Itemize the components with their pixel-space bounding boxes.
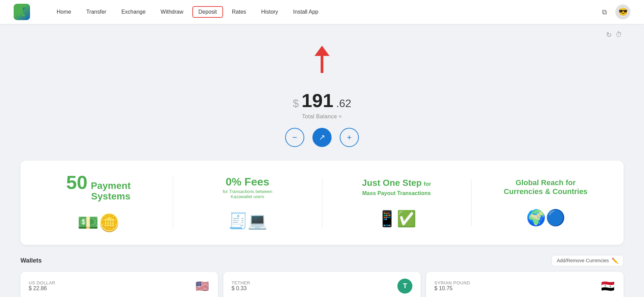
wallet-usd-usd: $ 22.86 [29,285,55,292]
banner-1-number: 50 [66,173,87,192]
payment-systems-emoji: 💵🪙 [77,213,120,233]
withdraw-button[interactable]: − [285,128,304,147]
content-wrapper: ↻ ⏱ $ 191 .62 Total Balance ≈ − [20,31,624,297]
banner-payment-systems: 50 PaymentSystems 💵🪙 [24,167,173,238]
wallet-syp-name: SYRIAN POUND [434,280,470,285]
wallet-syp-flag: 🇸🇾 [600,279,615,294]
banner-section: 50 PaymentSystems 💵🪙 0% Fees for Transac… [20,161,624,245]
banner-2-subtitle: for Transactions betweenKazawallet users [223,189,272,199]
nav-exchange[interactable]: Exchange [115,6,152,18]
nav-deposit[interactable]: Deposit [192,6,223,18]
copy-icon[interactable]: ⧉ [598,6,611,18]
banner-1-text: PaymentSystems [91,181,131,202]
arrow-shaft [321,56,323,73]
nav-withdraw[interactable]: Withdraw [155,6,190,18]
logo[interactable] [14,4,30,20]
wallet-card-usd: US DOLLAR $ 22.86 🇺🇸 $ 22.86 [20,272,218,297]
banner-1-image: 💵🪙 [77,205,120,233]
header-actions: ⧉ 😎 [598,4,630,19]
nav-install-app[interactable]: Install App [287,6,324,18]
banner-4-title: Global Reach forCurrencies & Countries [504,178,588,196]
wallet-usd-info: US DOLLAR $ 22.86 [29,280,55,292]
arrow-head [314,46,330,56]
header: Home Transfer Exchange Withdraw Deposit … [0,0,644,24]
wallet-tether-name: TETHER [232,280,250,285]
balance-decimal: .62 [336,97,351,110]
balance-amount: $ 191 .62 [293,89,351,112]
wallet-tether-flag: T [397,279,412,294]
banner-global-reach: Global Reach forCurrencies & Countries 🌍… [471,173,620,232]
nav-history[interactable]: History [255,6,284,18]
nav-rates[interactable]: Rates [226,6,252,18]
withdraw-icon: − [292,133,297,142]
nav-home[interactable]: Home [50,6,77,18]
wallets-header: Wallets Add/Remove Currencies ✏️ [20,255,624,266]
zero-fees-emoji: 🧾💻 [228,211,267,230]
wallet-syp-info: SYRIAN POUND $ 10.75 [434,280,470,292]
wallet-tether-usd: $ 0.33 [232,285,250,292]
banner-zero-fees: 0% Fees for Transactions betweenKazawall… [173,170,322,235]
main-nav: Home Transfer Exchange Withdraw Deposit … [50,6,598,18]
wallet-cards: US DOLLAR $ 22.86 🇺🇸 $ 22.86 TETHER $ 0.… [20,272,624,297]
banner-3-image: 📱✅ [377,201,416,228]
wallet-card-syp: SYRIAN POUND $ 10.75 🇸🇾 ل.س 157,499.43 [426,272,624,297]
banner-2-image: 🧾💻 [228,203,267,230]
action-buttons: − ↗ + [285,128,359,147]
currency-symbol: $ [293,97,299,110]
banner-4-image: 🌍🔵 [526,199,565,227]
banner-1-title-row: 50 PaymentSystems [66,173,131,202]
edit-icon: ✏️ [612,257,618,264]
transfer-icon: ↗ [319,133,325,142]
banner-one-step: Just One Step forMass Payout Transaction… [322,172,471,233]
wallet-usd-top: US DOLLAR $ 22.86 🇺🇸 [29,279,210,294]
wallets-title: Wallets [20,257,42,264]
wallet-tether-top: TETHER $ 0.33 T [232,279,413,294]
balance-whole: 191 [302,89,333,112]
deposit-icon: + [347,133,352,142]
balance-label: Total Balance ≈ [302,114,342,120]
deposit-button[interactable]: + [340,128,359,147]
one-step-emoji: 📱✅ [377,209,416,228]
global-reach-emoji: 🌍🔵 [526,208,565,227]
wallet-usd-flag: 🇺🇸 [195,279,210,294]
balance-section: $ 191 .62 Total Balance ≈ − ↗ + [20,35,624,154]
wallet-card-tether: TETHER $ 0.33 T ₮ 0.33 [223,272,421,297]
wallet-syp-usd: $ 10.75 [434,285,470,292]
wallet-usd-name: US DOLLAR [29,280,55,285]
banner-3-title: Just One Step forMass Payout Transaction… [362,178,431,197]
transfer-button[interactable]: ↗ [312,128,332,147]
avatar[interactable]: 😎 [615,4,630,19]
main-content: ↻ ⏱ $ 191 .62 Total Balance ≈ − [0,24,644,297]
add-remove-currencies-button[interactable]: Add/Remove Currencies ✏️ [552,255,624,266]
logo-icon [14,4,30,20]
banner-2-title: 0% Fees [225,176,269,188]
add-remove-label: Add/Remove Currencies [557,258,609,263]
wallet-syp-top: SYRIAN POUND $ 10.75 🇸🇾 [434,279,615,294]
deposit-arrow [314,46,330,73]
wallet-tether-info: TETHER $ 0.33 [232,280,250,292]
nav-transfer[interactable]: Transfer [80,6,113,18]
